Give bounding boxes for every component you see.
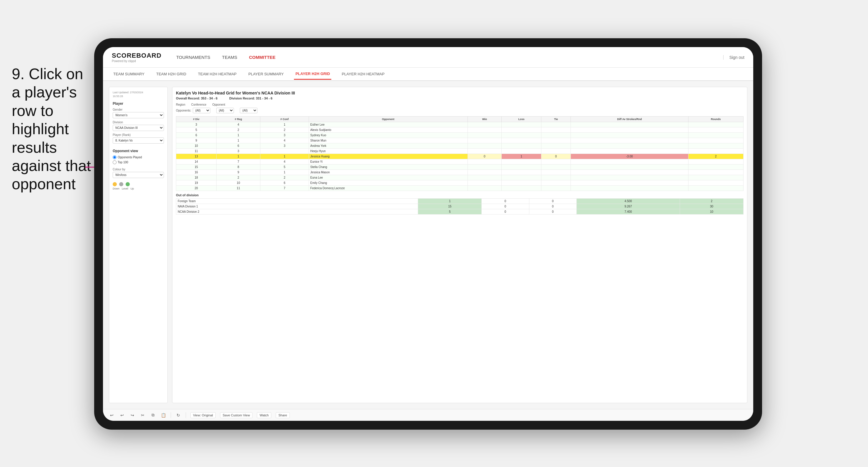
nav-tournaments[interactable]: TOURNAMENTS bbox=[176, 53, 210, 61]
records-row: Overall Record: 353 - 34 - 6 Division Re… bbox=[176, 96, 744, 100]
save-custom-btn[interactable]: Save Custom View bbox=[220, 412, 253, 418]
table-cell: Sydney Kuo bbox=[309, 133, 468, 138]
player-rank-select[interactable]: 8. Katelyn Vo bbox=[113, 137, 164, 144]
table-row[interactable]: 341Esther Lee bbox=[176, 122, 744, 127]
table-row[interactable]: 113Heeju Hyun bbox=[176, 149, 744, 154]
table-row[interactable]: 1822Euna Lee bbox=[176, 175, 744, 180]
table-row[interactable]: 19106Emily Chang bbox=[176, 180, 744, 186]
table-row[interactable]: 914Sharon Mun bbox=[176, 138, 744, 143]
table-cell bbox=[260, 149, 309, 154]
ood-cell: 9.267 bbox=[577, 204, 680, 209]
filter-opp-select-group: (All) bbox=[240, 108, 257, 113]
tab-team-h2h-heatmap[interactable]: TEAM H2H HEATMAP bbox=[196, 69, 238, 79]
table-cell bbox=[571, 122, 688, 127]
undo-icon[interactable]: ↩ bbox=[109, 412, 115, 418]
table-cell bbox=[571, 170, 688, 175]
table-row[interactable]: 20117Federica Domecq Lacroze bbox=[176, 186, 744, 191]
table-cell: 1 bbox=[216, 154, 260, 159]
nav-teams[interactable]: TEAMS bbox=[222, 53, 237, 61]
ood-table-row[interactable]: NAIA Division 115009.26730 bbox=[176, 204, 744, 209]
table-cell bbox=[571, 164, 688, 170]
tab-player-summary[interactable]: PLAYER SUMMARY bbox=[247, 69, 285, 79]
toolbar: ↩ ↩ ↪ ✂ ⧉ 📋 ↻ View: Original Save Custom… bbox=[103, 409, 753, 421]
table-cell bbox=[688, 133, 743, 138]
table-cell bbox=[571, 149, 688, 154]
table-cell bbox=[688, 127, 743, 133]
share-btn[interactable]: Share bbox=[276, 412, 289, 418]
table-cell bbox=[468, 170, 501, 175]
opp-filter-select[interactable]: (All) bbox=[240, 108, 257, 113]
table-cell bbox=[541, 170, 570, 175]
table-cell: -3.00 bbox=[571, 154, 688, 159]
table-cell bbox=[688, 149, 743, 154]
table-cell: 3 bbox=[260, 143, 309, 149]
th-conf: # Conf bbox=[260, 117, 309, 122]
table-cell: 8 bbox=[216, 164, 260, 170]
watch-btn[interactable]: Watch bbox=[257, 412, 271, 418]
ood-cell: 4.500 bbox=[577, 199, 680, 204]
gender-label: Gender bbox=[113, 108, 164, 111]
table-cell bbox=[468, 180, 501, 186]
table-cell: 1 bbox=[216, 133, 260, 138]
paste-icon[interactable]: 📋 bbox=[160, 412, 166, 418]
radio-opponents-played[interactable]: Opponents Played bbox=[113, 155, 164, 159]
table-cell: 4 bbox=[260, 138, 309, 143]
tab-player-h2h-grid[interactable]: PLAYER H2H GRID bbox=[294, 68, 331, 80]
division-select[interactable]: NCAA Division III bbox=[113, 125, 164, 131]
table-cell bbox=[468, 127, 501, 133]
cut-icon[interactable]: ✂ bbox=[140, 412, 146, 418]
table-row[interactable]: 613Sydney Kuo bbox=[176, 133, 744, 138]
player-rank-label: Player (Rank) bbox=[113, 133, 164, 136]
table-cell bbox=[502, 143, 541, 149]
table-row[interactable]: 1585Stella Chang bbox=[176, 164, 744, 170]
table-row[interactable]: 1474Eunice Yi bbox=[176, 159, 744, 164]
table-cell bbox=[502, 170, 541, 175]
table-cell bbox=[541, 127, 570, 133]
table-cell bbox=[541, 133, 570, 138]
nav-committee[interactable]: COMMITTEE bbox=[249, 53, 275, 61]
copy-icon[interactable]: ⧉ bbox=[150, 412, 156, 418]
grid-title: Katelyn Vo Head-to-Head Grid for Women's… bbox=[176, 91, 744, 95]
th-rounds: Rounds bbox=[688, 117, 743, 122]
table-cell bbox=[468, 122, 501, 127]
logo-area: SCOREBOARD Powered by clippd bbox=[112, 52, 161, 63]
table-cell: Jessica Huang bbox=[309, 154, 468, 159]
last-updated: Last Updated: 27/03/2024 16:55:28 bbox=[113, 91, 164, 98]
table-cell bbox=[468, 138, 501, 143]
opponents-filter-select[interactable]: (All) bbox=[193, 108, 210, 113]
tab-team-summary[interactable]: TEAM SUMMARY bbox=[112, 69, 146, 79]
sign-out[interactable]: Sign out bbox=[723, 55, 744, 60]
table-row[interactable]: 1311Jessica Huang010-3.002 bbox=[176, 154, 744, 159]
sub-nav: TEAM SUMMARY TEAM H2H GRID TEAM H2H HEAT… bbox=[103, 68, 753, 81]
radio-top100[interactable]: Top 100 bbox=[113, 160, 164, 164]
table-row[interactable]: 1063Andrea York bbox=[176, 143, 744, 149]
tab-player-h2h-heatmap[interactable]: PLAYER H2H HEATMAP bbox=[340, 69, 386, 79]
table-cell: 9 bbox=[176, 138, 217, 143]
table-cell: 0 bbox=[468, 154, 501, 159]
filter-conference: Conference bbox=[191, 103, 207, 106]
table-cell: 4 bbox=[216, 122, 260, 127]
table-row[interactable]: 1691Jessica Mason bbox=[176, 170, 744, 175]
refresh-icon[interactable]: ↻ bbox=[175, 412, 181, 418]
forward-icon[interactable]: ↪ bbox=[129, 412, 135, 418]
view-original-btn[interactable]: View: Original bbox=[190, 412, 216, 418]
filter-opponent-group: Opponent bbox=[212, 103, 225, 106]
table-cell bbox=[571, 186, 688, 191]
tab-team-h2h-grid[interactable]: TEAM H2H GRID bbox=[155, 69, 188, 79]
ood-table-row[interactable]: Foreign Team1004.5002 bbox=[176, 199, 744, 204]
table-cell bbox=[502, 186, 541, 191]
table-cell: Federica Domecq Lacroze bbox=[309, 186, 468, 191]
table-row[interactable]: 522Alexis Sudjianto bbox=[176, 127, 744, 133]
table-cell: 5 bbox=[176, 127, 217, 133]
table-cell: 6 bbox=[260, 180, 309, 186]
instruction-text: 9. Click on a player's row to highlight … bbox=[12, 65, 91, 193]
redo-icon[interactable]: ↩ bbox=[119, 412, 125, 418]
colour-by-select[interactable]: Win/loss bbox=[113, 172, 164, 178]
table-cell: 9 bbox=[216, 170, 260, 175]
filter-region: Region bbox=[176, 103, 185, 106]
table-cell: 2 bbox=[216, 175, 260, 180]
table-cell: Stella Chang bbox=[309, 164, 468, 170]
gender-select[interactable]: Women's bbox=[113, 112, 164, 118]
conf-filter-select[interactable]: (All) bbox=[216, 108, 234, 113]
ood-table-row[interactable]: NCAA Division 25007.40010 bbox=[176, 209, 744, 215]
